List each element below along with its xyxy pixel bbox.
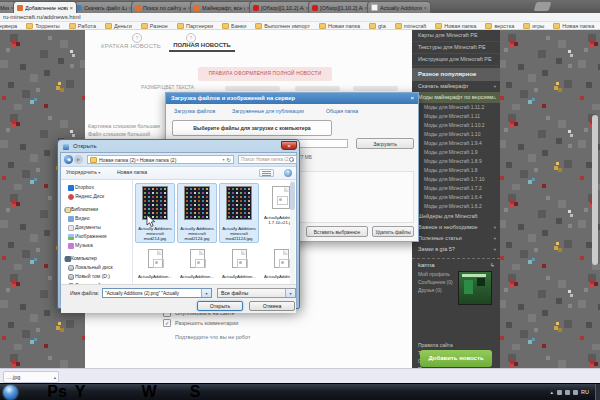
upload-dialog-titlebar[interactable]: Загрузка файлов и изображений на сервер … bbox=[166, 93, 418, 104]
bookmark-item[interactable]: игры bbox=[523, 23, 544, 29]
avatar[interactable] bbox=[458, 271, 492, 305]
tab-close-icon[interactable]: × bbox=[423, 5, 427, 11]
file-item[interactable]: ActuallyAddition... bbox=[219, 246, 259, 280]
sidebar-version-link[interactable]: Моды для Minecraft 1.6.4 bbox=[412, 193, 500, 202]
tab-download-file[interactable]: Скачать файл iLoveDAG × bbox=[72, 1, 136, 13]
messenger-icon[interactable] bbox=[25, 385, 43, 400]
tab-youtube-1[interactable]: [Обзор][1.10.2] Actuall × bbox=[249, 1, 313, 13]
tab-short-news[interactable]: КРАТКАЯ НОВОСТЬ bbox=[101, 43, 161, 49]
address-bar[interactable]: ru-minecraft.ru/addnews.html bbox=[0, 13, 600, 22]
bookmark-item[interactable]: gta bbox=[369, 23, 386, 29]
firefox-icon[interactable] bbox=[94, 385, 112, 400]
organize-button[interactable]: Упорядочить ▾ bbox=[66, 169, 100, 175]
profile-link[interactable]: Сообщения (0) bbox=[412, 278, 458, 286]
nav-documents[interactable]: Документы bbox=[61, 223, 132, 232]
bookmark-item[interactable]: Банки bbox=[222, 23, 246, 29]
bookmark-item[interactable]: Работа bbox=[69, 23, 96, 29]
upload-button[interactable]: Загрузить bbox=[356, 138, 414, 149]
tray-icon[interactable] bbox=[565, 390, 570, 395]
close-icon[interactable]: × bbox=[410, 93, 414, 104]
tray-icon[interactable] bbox=[557, 390, 562, 395]
forward-icon[interactable]: ▶ bbox=[74, 155, 83, 164]
photoshop-icon[interactable]: Ps bbox=[48, 385, 66, 400]
url-text[interactable]: ru-minecraft.ru/addnews.html bbox=[3, 14, 81, 20]
document-app-icon[interactable] bbox=[117, 385, 135, 400]
file-item-image[interactable]: Actually Additions minecraft mod21124.jp… bbox=[219, 183, 259, 243]
sidebar-version-link[interactable]: Моды для Minecraft 1.10.2 bbox=[412, 121, 500, 130]
sidebar-version-link[interactable]: Моды для Minecraft 1.10 bbox=[412, 130, 500, 139]
chevron-down-icon[interactable]: ▾ bbox=[201, 289, 211, 297]
nav-dropbox[interactable]: Dropbox bbox=[61, 183, 132, 192]
nav-new-volume-d[interactable]: Новый том (D:) bbox=[61, 272, 132, 281]
nav-local-disk-1[interactable]: Локальный диск bbox=[61, 263, 132, 272]
bookmark-item[interactable]: Деньги bbox=[105, 23, 132, 29]
close-button[interactable]: × bbox=[281, 141, 297, 150]
nav-yandex-disk[interactable]: Яндекс.Диск bbox=[61, 192, 132, 201]
filetype-combobox[interactable]: Все файлы ▾ bbox=[217, 288, 296, 298]
delete-files-button[interactable]: Удалить файлы bbox=[372, 226, 414, 237]
word-icon[interactable]: W bbox=[140, 385, 158, 400]
sidebar-accordion[interactable]: Полезные статьи ▾ bbox=[412, 233, 500, 244]
tab-site-search[interactable]: Поиск по сайту « Май × bbox=[131, 1, 195, 13]
nav-music[interactable]: Музыка bbox=[61, 241, 132, 250]
file-item-image[interactable]: Actually Additions minecraft mod214.jpg bbox=[135, 183, 175, 243]
tab-close-icon[interactable]: × bbox=[69, 5, 73, 11]
bookmark-item[interactable]: Партнерки bbox=[177, 23, 213, 29]
profile-link[interactable]: Друзья (0) bbox=[412, 286, 458, 294]
sidebar-accordion[interactable]: Важное и необходимое ▾ bbox=[412, 222, 500, 233]
aero-peek-button[interactable] bbox=[595, 384, 600, 400]
bookmark-item[interactable]: minecraft bbox=[395, 23, 427, 29]
sidebar-version-link[interactable]: Моды для Minecraft 1.11 bbox=[412, 112, 500, 121]
sidebar-accordion[interactable]: Замки в gta 5? ▾ bbox=[412, 244, 500, 255]
bookmark-item[interactable]: Новая папка bbox=[319, 23, 360, 29]
new-tab-button[interactable] bbox=[534, 2, 552, 11]
sidebar-link[interactable]: Текстуры для Minecraft PE bbox=[412, 42, 500, 54]
nav-pictures[interactable]: Изображения bbox=[61, 232, 132, 241]
upload-tab-shared[interactable]: Общая папка bbox=[326, 108, 358, 114]
sidebar-version-link[interactable]: Моды для Minecraft 1.7.10 bbox=[412, 175, 500, 184]
cancel-button[interactable]: Отмена bbox=[249, 301, 295, 311]
sidebar-version-link[interactable]: Моды для Minecraft 1.7.2 bbox=[412, 184, 500, 193]
page-scrollbar[interactable] bbox=[592, 115, 598, 265]
skype-icon[interactable]: S bbox=[186, 385, 204, 400]
steam-icon[interactable] bbox=[209, 385, 227, 400]
tray-icon[interactable] bbox=[573, 390, 578, 395]
file-item[interactable]: ActuallyAddition... bbox=[177, 246, 217, 280]
sidebar-version-link[interactable]: Моды для Minecraft 1.9 bbox=[412, 148, 500, 157]
tab-full-news[interactable]: ПОЛНАЯ НОВОСТЬ bbox=[169, 42, 235, 52]
nav-libraries[interactable]: Библиотеки bbox=[61, 205, 132, 214]
bookmark-item[interactable]: Торренты bbox=[26, 23, 60, 29]
checkbox-checked[interactable]: ✓ bbox=[163, 319, 171, 327]
sidebar-footer-link[interactable]: Правила сайта bbox=[412, 341, 500, 349]
tab-addnews[interactable]: Добавление новости - × bbox=[13, 1, 77, 13]
nav-computer[interactable]: Компьютер bbox=[61, 254, 132, 263]
tab-minecraft[interactable]: Майнкрафт, все о Мин × bbox=[190, 1, 254, 13]
explorer-folder-icon[interactable] bbox=[163, 385, 181, 400]
yandex-browser-icon[interactable]: Y bbox=[71, 385, 89, 400]
chevron-up-icon[interactable]: ▴ bbox=[54, 375, 56, 380]
bookmark-item[interactable]: Сервера bbox=[0, 23, 17, 29]
bookmark-item[interactable]: Новая папка bbox=[553, 23, 594, 29]
upload-tab-published[interactable]: Загруженные для публикации bbox=[232, 108, 304, 114]
refresh-icon[interactable]: ↻ bbox=[226, 157, 231, 163]
chevron-down-icon[interactable]: ▾ bbox=[285, 289, 295, 297]
sidebar-version-link[interactable]: Моды для Minecraft 1.9.4 bbox=[412, 139, 500, 148]
sidebar-version-link[interactable]: Моды для Minecraft 1.6.2 bbox=[412, 202, 500, 211]
bookmark-item[interactable]: Новая папка bbox=[435, 23, 476, 29]
bookmark-item[interactable]: верстка bbox=[485, 23, 514, 29]
chevron-down-icon[interactable]: ▾ bbox=[222, 157, 224, 162]
username[interactable]: ϟ karma bbox=[412, 259, 500, 270]
sidebar-item-shaders[interactable]: Шейдеры для Minecraft bbox=[412, 211, 500, 222]
sidebar-item-download-mc[interactable]: Скачать майнкрафт ▾ bbox=[412, 81, 500, 92]
bookmark-item[interactable]: Выполнен импорт bbox=[255, 23, 310, 29]
open-button[interactable]: Открыть bbox=[197, 301, 243, 311]
sidebar-link[interactable]: Карты для Minecraft PE bbox=[412, 30, 500, 42]
download-item[interactable]: ….jpg ▴ bbox=[3, 371, 59, 383]
dialog-titlebar[interactable]: Открыть × bbox=[60, 142, 297, 152]
upload-tab-files[interactable]: Загрузка файлов bbox=[174, 108, 215, 114]
sidebar-item-mods-by-version[interactable]: Моды майнкрафт по версиям: ▴ bbox=[412, 92, 500, 103]
sidebar-link[interactable]: Инструкции для Minecraft PE bbox=[412, 54, 500, 66]
tab-actually-additions[interactable]: Actually Additions Mo × bbox=[367, 1, 431, 13]
start-button[interactable] bbox=[3, 385, 18, 400]
filename-combobox[interactable]: "Actually Additions (2).png" "Actually ▾ bbox=[102, 288, 212, 298]
